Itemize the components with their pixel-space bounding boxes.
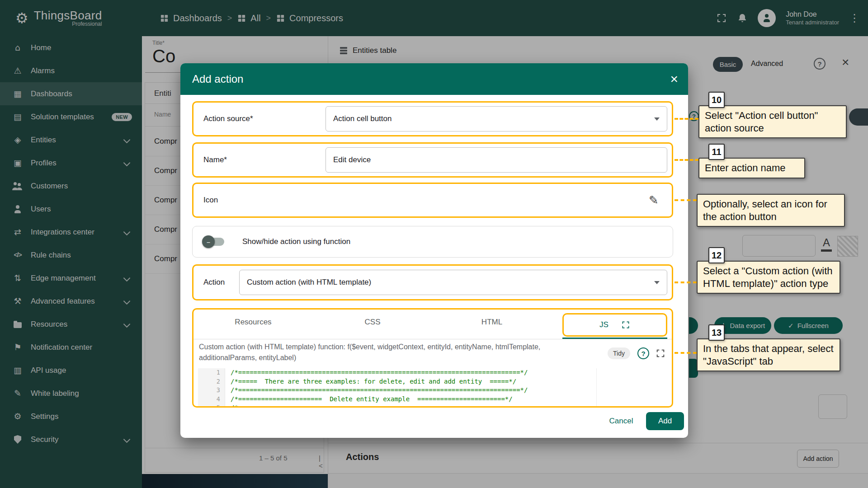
tab-resources[interactable]: Resources	[193, 310, 313, 335]
name-field-highlight: Name* Edit device	[192, 142, 673, 178]
annotation-callout: Optionally, select an icon for the actio…	[697, 194, 845, 227]
line-number: 2	[198, 377, 225, 386]
line-number: 3	[198, 386, 225, 395]
annotation-callout: Select a "Custom action (with HTML templ…	[697, 261, 840, 294]
tab-css[interactable]: CSS	[313, 310, 432, 335]
show-hide-label: Show/hide action using function	[242, 237, 350, 246]
connector-line	[675, 159, 698, 161]
step-number-badge: 10	[708, 92, 725, 108]
annotation-callout: Select "Action cell button" action sourc…	[698, 105, 847, 138]
code-editor[interactable]: 1 2 3 4 5 /*============================…	[198, 368, 667, 406]
code-line: /*====================== Delete entity e…	[231, 395, 528, 404]
connector-line	[675, 352, 697, 354]
divider	[193, 339, 672, 339]
icon-field-highlight: Icon ✎	[192, 183, 673, 218]
tab-js[interactable]: JS	[562, 313, 667, 337]
editor-ruler	[596, 368, 597, 406]
action-source-value: Action cell button	[333, 114, 392, 123]
tab-js-label: JS	[599, 320, 609, 329]
help-icon[interactable]: ?	[637, 347, 649, 359]
action-type-field-highlight: Action Custom action (with HTML template…	[192, 264, 673, 300]
step-number-badge: 11	[708, 144, 725, 160]
connector-line	[675, 282, 697, 283]
dialog-header: Add action ×	[180, 63, 688, 95]
tab-html[interactable]: HTML	[432, 310, 552, 335]
dropdown-caret-icon	[654, 281, 660, 284]
tidy-label: Tidy	[613, 350, 625, 357]
code-line: /*===== There are three examples: for de…	[231, 377, 528, 386]
tidy-button[interactable]: Tidy	[608, 347, 630, 359]
code-line: /*======================================…	[231, 386, 528, 395]
edit-pencil-icon[interactable]: ✎	[643, 189, 665, 211]
connector-line	[675, 199, 697, 201]
action-source-field-highlight: Action source* Action cell button	[192, 101, 673, 136]
expand-icon[interactable]	[621, 320, 630, 329]
action-type-value: Custom action (with HTML template)	[247, 278, 371, 287]
line-number: 4	[198, 395, 225, 404]
icon-label: Icon	[203, 196, 218, 205]
step-number-badge: 12	[708, 247, 725, 263]
connector-line	[675, 118, 698, 120]
add-button[interactable]: Add	[646, 412, 684, 430]
code-line: /*	[231, 404, 528, 406]
code-line: /*======================================…	[231, 368, 528, 377]
dropdown-caret-icon	[654, 117, 660, 121]
action-source-label: Action source*	[203, 114, 253, 123]
add-action-dialog: Add action × Action source* Action cell …	[180, 63, 688, 438]
annotation-callout: In the tabs that appear, select "JavaScr…	[697, 338, 840, 371]
function-signature-line2: additionalParams, entityLabel)	[199, 354, 296, 362]
cancel-button[interactable]: Cancel	[605, 412, 637, 430]
action-type-label: Action	[203, 278, 225, 287]
show-hide-toggle[interactable]: –	[203, 238, 224, 246]
code-lines: /*======================================…	[231, 368, 528, 406]
editor-tabs-highlight: Resources CSS HTML JS Custom action (wit…	[192, 308, 673, 408]
name-value: Edit device	[333, 155, 371, 164]
line-number: 1	[198, 368, 225, 377]
help-glyph: ?	[641, 350, 645, 357]
action-source-select[interactable]: Action cell button	[326, 106, 667, 131]
name-input[interactable]: Edit device	[326, 147, 667, 173]
function-signature-line1: Custom action (with HTML template) funct…	[199, 343, 540, 351]
show-hide-row: – Show/hide action using function	[192, 226, 673, 258]
step-number-badge: 13	[708, 324, 725, 341]
thingsboard-app: ⚙ ThingsBoard Professional Dashboards > …	[0, 0, 868, 488]
line-number-gutter: 1 2 3 4 5	[198, 368, 225, 406]
line-number: 5	[198, 404, 225, 406]
close-icon[interactable]: ×	[670, 72, 678, 86]
toggle-thumb-icon: –	[202, 235, 215, 248]
name-label: Name*	[203, 155, 227, 164]
annotation-callout: Enter action name	[698, 158, 805, 178]
expand-editor-icon[interactable]	[656, 348, 665, 360]
dialog-title: Add action	[192, 73, 243, 85]
action-type-select[interactable]: Custom action (with HTML template)	[239, 270, 667, 295]
